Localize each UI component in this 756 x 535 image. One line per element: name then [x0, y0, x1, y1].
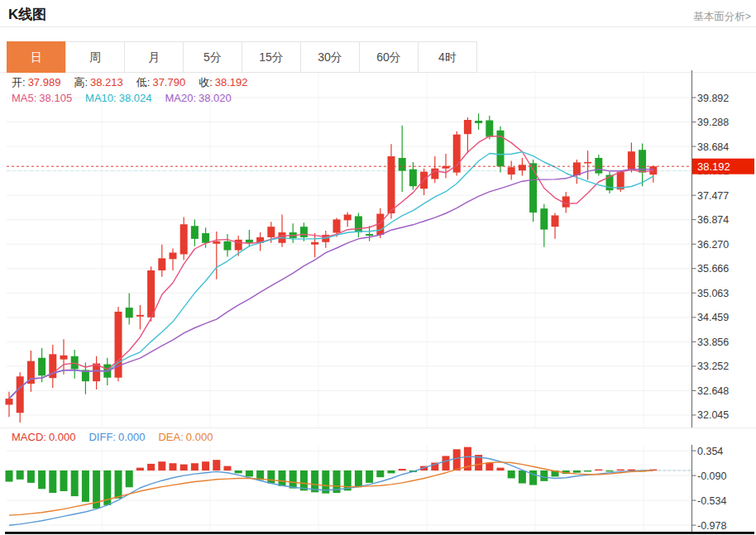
tab-timeframe-5[interactable]: 30分 [300, 41, 360, 73]
candle-body [213, 241, 220, 244]
macd-bar [202, 461, 209, 471]
candle-body [595, 158, 602, 174]
candle-body [202, 233, 209, 243]
tab-timeframe-6[interactable]: 60分 [359, 41, 419, 73]
candle-body [158, 258, 165, 270]
candle-body [344, 215, 352, 221]
macd-row-item-0: MACD:0.000 [12, 431, 75, 443]
candle-body [617, 172, 624, 190]
candle-body [191, 226, 199, 239]
ohlc-row-item-0: 开:37.989 [12, 75, 60, 90]
candlestick-chart[interactable]: 39.89239.28838.68438.08137.47736.87436.2… [0, 70, 756, 428]
ma10-line [9, 152, 653, 399]
macd-bar [376, 471, 384, 477]
ma-row-label: MA20: [165, 92, 196, 104]
macd-bar [584, 471, 591, 471]
macd-bar [235, 471, 242, 473]
macd-bar [486, 463, 493, 471]
candle-body [147, 270, 155, 318]
ohlc-row-label: 开: [12, 76, 26, 88]
macd-bar [38, 471, 45, 489]
macd-bar [115, 471, 122, 499]
page-title: K线图 [8, 5, 46, 24]
ma-row-item-2: MA20:38.020 [165, 92, 231, 104]
candle-body [126, 308, 133, 318]
macd-readout: MACD:0.000DIFF:0.000DEA:0.000 [12, 431, 213, 443]
tab-timeframe-7[interactable]: 4时 [418, 41, 477, 73]
bottom-border [5, 532, 754, 534]
candle-body [246, 240, 253, 243]
candle-body [366, 234, 373, 236]
y-tick-label: 39.288 [697, 117, 729, 128]
timeframe-tabbar: 日周月5分15分30分60分4时 [7, 41, 477, 73]
macd-row-label: DEA: [158, 431, 183, 443]
macd-bar [267, 471, 275, 484]
candle-body [38, 358, 45, 376]
ohlc-row-label: 收: [199, 76, 213, 88]
ma5-line [9, 136, 653, 399]
macd-chart[interactable]: 0.354-0.090-0.534-0.978 [0, 445, 756, 532]
y-tick-label: 35.063 [697, 288, 729, 299]
candle-body [60, 356, 68, 360]
candle-body [552, 215, 559, 227]
ma-row-label: MA10: [85, 92, 117, 104]
macd-bar [453, 449, 461, 471]
ma-row-value: 38.024 [119, 92, 152, 104]
macd-bar [27, 471, 35, 483]
candle-body [409, 170, 417, 187]
candle-body [300, 227, 308, 237]
y-tick-label: 37.477 [697, 190, 729, 202]
candle-body [508, 167, 515, 174]
tab-timeframe-0[interactable]: 日 [7, 41, 66, 73]
macd-bar [158, 461, 165, 471]
y-tick-label: 34.459 [697, 312, 729, 323]
macd-row-value: 0.000 [118, 431, 146, 443]
ma-row-item-1: MA10:38.024 [85, 92, 151, 104]
macd-tick-label: -0.978 [697, 520, 726, 532]
macd-bar [617, 470, 624, 471]
candle-body [573, 162, 581, 175]
macd-bar [595, 470, 602, 471]
tab-timeframe-2[interactable]: 月 [124, 41, 184, 73]
macd-bar [126, 471, 133, 487]
y-tick-label: 35.666 [697, 263, 729, 275]
ma20-line [9, 170, 653, 399]
candle-body [267, 227, 275, 237]
candle-body [170, 252, 177, 259]
macd-bar [443, 456, 450, 471]
ohlc-row-item-3: 收:38.192 [199, 75, 247, 90]
candle-body [486, 120, 493, 136]
candle-body [235, 240, 242, 251]
ohlc-row-label: 高: [74, 76, 88, 88]
macd-bar [497, 468, 505, 471]
candle-body [180, 224, 188, 254]
y-tick-label: 32.648 [697, 385, 729, 397]
ma-readout: MA5:38.105MA10:38.024MA20:38.020 [12, 92, 232, 104]
ohlc-row-value: 38.192 [215, 76, 248, 88]
tab-timeframe-3[interactable]: 5分 [183, 41, 242, 73]
tab-timeframe-4[interactable]: 15分 [242, 41, 301, 73]
price-badge-label: 38.192 [697, 160, 730, 173]
candle-body [224, 241, 232, 251]
panel-divider [0, 428, 756, 428]
macd-row-item-1: DIFF:0.000 [89, 431, 145, 443]
macd-bar [246, 471, 253, 476]
y-tick-label: 32.045 [697, 409, 729, 421]
macd-bar [573, 471, 581, 473]
fundamental-analysis-link[interactable]: 基本面分析> [693, 10, 751, 24]
macd-bar [399, 469, 406, 471]
macd-bar [71, 471, 79, 496]
macd-bar [519, 471, 526, 484]
candle-body [475, 121, 482, 123]
candle-body [464, 120, 471, 134]
candle-body [311, 242, 318, 245]
ohlc-row-value: 38.213 [90, 76, 123, 88]
candle-body [584, 162, 591, 164]
macd-bar [136, 468, 144, 471]
tab-timeframe-1[interactable]: 周 [65, 41, 125, 73]
macd-bar [17, 471, 24, 480]
candles [6, 113, 658, 423]
ma-row-label: MA5: [12, 92, 36, 104]
ohlc-readout: 开:37.989高:38.213低:37.790收:38.192 [12, 75, 248, 90]
y-tick-label: 33.252 [697, 361, 729, 372]
